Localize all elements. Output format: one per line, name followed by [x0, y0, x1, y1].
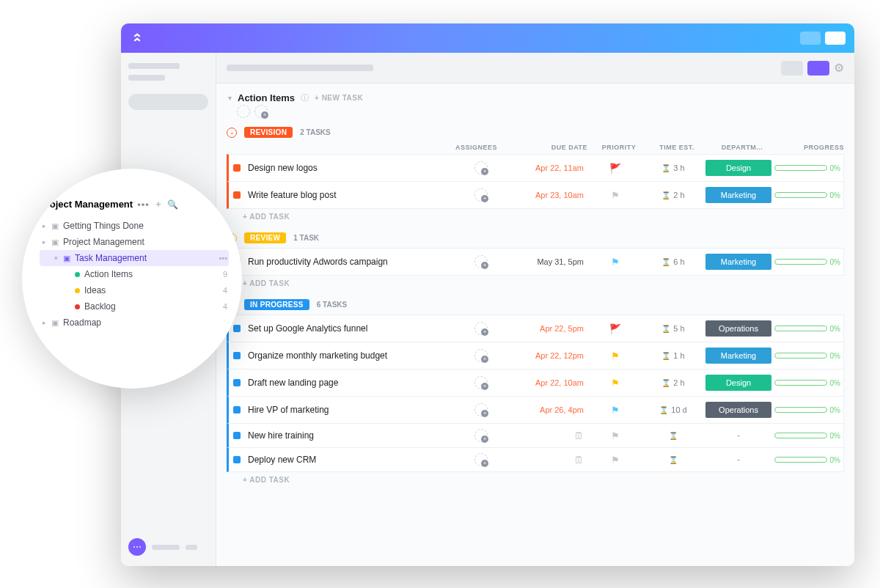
topbar-action-2[interactable] [825, 32, 846, 45]
status-tag[interactable]: IN PROGRESS [244, 299, 309, 310]
status-square-icon[interactable] [233, 379, 241, 386]
time-estimate[interactable]: ⌛3 h [644, 163, 703, 172]
priority-flag-icon[interactable]: ⚑ [590, 257, 641, 268]
flag-placeholder-icon[interactable] [237, 105, 250, 118]
due-date[interactable]: Apr 26, 4pm [513, 405, 587, 414]
department-chip[interactable]: Marketing [705, 348, 771, 364]
collapse-list-icon[interactable]: ▾ [228, 94, 232, 102]
progress-cell[interactable]: 0% [774, 258, 840, 266]
department-chip[interactable]: - [705, 455, 771, 465]
status-square-icon[interactable] [233, 432, 241, 439]
task-row[interactable]: Write feature blog postApr 23, 10am⚑⌛2 h… [227, 181, 844, 209]
info-icon[interactable]: ⓘ [301, 92, 309, 103]
priority-flag-icon[interactable]: 🚩 [590, 163, 641, 174]
progress-cell[interactable]: 0% [774, 432, 840, 440]
task-name[interactable]: Draft new landing page [248, 378, 449, 388]
task-name[interactable]: Design new logos [248, 163, 449, 173]
assignee-add-icon[interactable] [474, 403, 488, 416]
due-date[interactable]: May 31, 5pm [513, 257, 587, 266]
more-icon[interactable]: ••• [137, 199, 150, 210]
progress-cell[interactable]: 0% [774, 325, 840, 333]
add-task-button[interactable]: + ADD TASK [227, 208, 844, 224]
task-name[interactable]: Run productivity Adwords campaign [248, 257, 449, 267]
priority-flag-icon[interactable]: ⚑ [590, 430, 641, 441]
due-date[interactable]: 🗓 [513, 455, 587, 466]
assignee-add-icon[interactable] [474, 255, 488, 268]
search-icon[interactable]: 🔍 [167, 199, 178, 210]
task-name[interactable]: Deploy new CRM [248, 455, 449, 465]
due-date[interactable]: Apr 22, 12pm [513, 351, 587, 360]
progress-cell[interactable]: 0% [774, 406, 840, 414]
status-tag[interactable]: REVIEW [244, 232, 286, 243]
add-task-button[interactable]: + ADD TASK [227, 275, 844, 290]
sidebar-search[interactable] [128, 94, 208, 110]
task-name[interactable]: New hire training [248, 430, 449, 441]
task-name[interactable]: Set up Google Analytics funnel [248, 323, 449, 334]
priority-flag-icon[interactable]: ⚑ [590, 378, 641, 389]
sidebar-folder[interactable]: ▸▣Getting Things Done [40, 218, 229, 234]
task-row[interactable]: Set up Google Analytics funnelApr 22, 5p… [227, 315, 844, 342]
task-row[interactable]: Deploy new CRM🗓⚑⌛-0% [227, 447, 844, 472]
progress-cell[interactable]: 0% [774, 379, 840, 387]
time-estimate[interactable]: ⌛2 h [644, 378, 703, 387]
plus-icon[interactable]: ＋ [154, 198, 163, 210]
sidebar-folder[interactable]: ▸▣Roadmap [40, 315, 229, 331]
more-icon[interactable]: ••• [219, 254, 227, 262]
status-tag[interactable]: REVISION [244, 127, 293, 138]
collapse-group-icon[interactable]: ⌄ [227, 128, 237, 138]
due-date[interactable]: Apr 22, 10am [513, 378, 587, 387]
sidebar-list[interactable]: Action Items9 [40, 266, 229, 282]
gear-icon[interactable]: ⚙ [834, 61, 844, 75]
status-square-icon[interactable] [233, 325, 241, 332]
time-estimate[interactable]: ⌛10 d [644, 405, 703, 414]
time-estimate[interactable]: ⌛ [644, 456, 703, 464]
assignee-add-icon[interactable] [474, 453, 488, 466]
task-row[interactable]: Design new logosApr 22, 11am🚩⌛3 hDesign0… [227, 154, 844, 182]
time-estimate[interactable]: ⌛5 h [644, 324, 703, 333]
assignee-add-icon[interactable] [474, 349, 488, 362]
topbar-action-1[interactable] [800, 32, 821, 45]
priority-flag-icon[interactable]: ⚑ [590, 190, 641, 201]
sidebar-list[interactable]: Ideas4 [40, 282, 229, 298]
assignee-add-icon[interactable] [474, 161, 488, 174]
status-square-icon[interactable] [233, 352, 241, 359]
assignee-add-icon[interactable] [474, 188, 488, 202]
progress-cell[interactable]: 0% [774, 164, 840, 172]
task-name[interactable]: Hire VP of marketing [248, 405, 449, 415]
department-chip[interactable]: Marketing [705, 187, 771, 203]
time-estimate[interactable]: ⌛6 h [644, 257, 703, 266]
view-toggle-active[interactable] [807, 61, 829, 76]
due-date[interactable]: Apr 23, 10am [513, 191, 587, 199]
sidebar-list[interactable]: Backlog4 [40, 298, 229, 315]
due-date[interactable]: Apr 22, 5pm [513, 324, 587, 333]
status-square-icon[interactable] [233, 164, 241, 172]
status-square-icon[interactable] [233, 456, 241, 463]
department-chip[interactable]: - [705, 430, 771, 441]
task-name[interactable]: Organize monthly marketing budget [248, 350, 449, 361]
progress-cell[interactable]: 0% [774, 456, 840, 464]
task-row[interactable]: Organize monthly marketing budgetApr 22,… [227, 342, 844, 370]
view-toggle-1[interactable] [781, 61, 803, 76]
progress-cell[interactable]: 0% [774, 352, 840, 360]
add-task-button[interactable]: + ADD TASK [227, 471, 844, 487]
task-name[interactable]: Write feature blog post [248, 190, 449, 200]
time-estimate[interactable]: ⌛ [644, 432, 703, 440]
department-chip[interactable]: Operations [705, 320, 771, 337]
time-estimate[interactable]: ⌛1 h [644, 351, 703, 360]
task-row[interactable]: Hire VP of marketingApr 26, 4pm⚑⌛10 dOpe… [227, 396, 844, 424]
task-row[interactable]: Run productivity Adwords campaignMay 31,… [227, 248, 844, 276]
task-row[interactable]: Draft new landing pageApr 22, 10am⚑⌛2 hD… [227, 369, 844, 397]
department-chip[interactable]: Marketing [705, 254, 771, 270]
priority-flag-icon[interactable]: ⚑ [590, 455, 641, 466]
status-square-icon[interactable] [233, 406, 241, 414]
department-chip[interactable]: Operations [705, 402, 771, 418]
priority-flag-icon[interactable]: ⚑ [590, 350, 641, 361]
add-assignee-icon[interactable] [254, 105, 268, 118]
priority-flag-icon[interactable]: 🚩 [590, 323, 641, 334]
status-square-icon[interactable] [233, 191, 241, 199]
progress-cell[interactable]: 0% [774, 191, 840, 199]
department-chip[interactable]: Design [705, 375, 771, 391]
time-estimate[interactable]: ⌛2 h [644, 191, 703, 199]
department-chip[interactable]: Design [705, 160, 771, 176]
sidebar-folder[interactable]: ▸▣Project Management [40, 234, 229, 250]
